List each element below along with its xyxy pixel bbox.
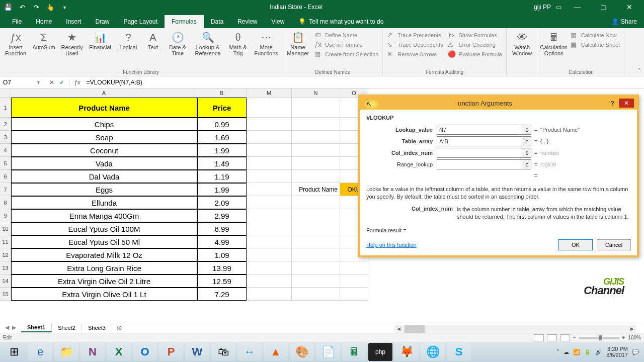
excel-icon[interactable]: X (107, 343, 131, 361)
tab-view[interactable]: View (265, 15, 292, 28)
cancel-formula-icon[interactable]: ✕ (49, 79, 54, 86)
ok-button[interactable]: OK (558, 239, 593, 250)
cell[interactable]: 1.49 (197, 157, 247, 170)
row-header-14[interactable]: 14 (0, 275, 11, 288)
cell[interactable]: Price (197, 98, 247, 118)
select-all-corner[interactable] (0, 88, 11, 98)
cell[interactable]: 1.69 (197, 131, 247, 144)
notepad-icon[interactable]: 📄 (316, 343, 340, 361)
scroll-left-icon[interactable]: ◀ (394, 325, 403, 333)
sheet-tab-2[interactable]: Sheet2 (52, 324, 82, 332)
cell[interactable] (292, 118, 340, 131)
row-header-2[interactable]: 2 (0, 118, 11, 131)
row-header-3[interactable]: 3 (0, 131, 11, 144)
cell[interactable] (292, 261, 340, 275)
watch-window-button[interactable]: 👁Watch Window (509, 30, 536, 57)
ribbon-display-icon[interactable]: ▭ (556, 4, 561, 11)
cell[interactable] (247, 131, 292, 144)
cell[interactable] (292, 131, 340, 144)
date-time-button[interactable]: 🕐Date & Time (164, 30, 191, 57)
cell[interactable] (247, 209, 292, 222)
help-link[interactable]: Help on this function (366, 242, 417, 248)
scroll-thumb[interactable] (405, 325, 425, 333)
col-header-M[interactable]: M (247, 88, 292, 98)
battery-icon[interactable]: 🔋 (584, 349, 591, 355)
paint-icon[interactable]: 🎨 (290, 343, 314, 361)
insert-function-button[interactable]: ƒxInsert Function (2, 30, 29, 57)
scroll-right-icon[interactable]: ▶ (628, 325, 636, 333)
cell[interactable]: Eggs (11, 183, 197, 196)
cell[interactable] (292, 170, 340, 183)
row-header-12[interactable]: 12 (0, 248, 11, 261)
cell[interactable] (247, 98, 292, 118)
tab-review[interactable]: Review (230, 15, 264, 28)
cell[interactable]: 12.59 (197, 275, 247, 288)
trace-dependents-button[interactable]: ↘Trace Dependents (385, 40, 445, 49)
math-trig-button[interactable]: θMath & Trig (224, 30, 252, 57)
cloud-icon[interactable]: ☁ (564, 349, 569, 355)
cell[interactable] (247, 288, 292, 301)
minimize-button[interactable]: — (567, 0, 588, 14)
trace-precedents-button[interactable]: ↗Trace Precedents (385, 30, 445, 40)
cell[interactable]: 1.09 (197, 248, 247, 261)
row-header-7[interactable]: 7 (0, 183, 11, 196)
cell[interactable] (247, 196, 292, 209)
vlc-icon[interactable]: ▲ (264, 343, 288, 361)
tab-page-layout[interactable]: Page Layout (116, 15, 164, 28)
terminal-icon[interactable]: php (368, 343, 392, 361)
cell[interactable] (292, 235, 340, 248)
cell[interactable] (292, 209, 340, 222)
cell[interactable] (247, 261, 292, 275)
row-header-11[interactable]: 11 (0, 235, 11, 248)
row-header-6[interactable]: 6 (0, 170, 11, 183)
cell[interactable] (292, 288, 340, 301)
cell[interactable] (292, 157, 340, 170)
cell[interactable]: Eucal Yptus Oil 50 Ml (11, 235, 197, 248)
skype-icon[interactable]: S (447, 343, 471, 361)
add-sheet-button[interactable]: ⊕ (112, 324, 126, 332)
maximize-button[interactable]: ◻ (593, 0, 614, 14)
dialog-help-button[interactable]: ? (607, 99, 618, 108)
col-header-B[interactable]: B (197, 88, 247, 98)
cell[interactable] (340, 261, 368, 275)
enter-formula-icon[interactable]: ✓ (59, 79, 64, 86)
row-header-5[interactable]: 5 (0, 157, 11, 170)
cell[interactable]: 1.19 (197, 170, 247, 183)
qat-customize-icon[interactable]: ▾ (60, 3, 68, 11)
arg-input[interactable] (437, 159, 522, 169)
more-functions-button[interactable]: ⋯More Functions (253, 30, 280, 57)
calculator-icon[interactable]: 🖩 (342, 343, 366, 361)
cell[interactable] (247, 170, 292, 183)
zoom-level[interactable]: 100% (628, 335, 641, 340)
tab-draw[interactable]: Draw (88, 15, 116, 28)
wifi-icon[interactable]: 📶 (573, 349, 580, 355)
collapse-ribbon-icon[interactable]: ˄ (638, 67, 641, 74)
cell[interactable] (292, 144, 340, 157)
cell[interactable]: 4.99 (197, 235, 247, 248)
cell[interactable]: 7.29 (197, 288, 247, 301)
fx-icon[interactable]: ƒx (70, 79, 85, 86)
touch-mode-icon[interactable]: 👆 (46, 3, 54, 11)
cell[interactable]: 2.99 (197, 209, 247, 222)
cell[interactable]: Chips (11, 118, 197, 131)
row-header-9[interactable]: 9 (0, 209, 11, 222)
cell[interactable] (247, 235, 292, 248)
cell[interactable]: Eucal Yptus Oil 100M (11, 222, 197, 235)
cell[interactable]: Evaporated Milk 12 Oz (11, 248, 197, 261)
tell-me[interactable]: 💡Tell me what you want to do (291, 15, 390, 28)
show-formulas-button[interactable]: ƒxShow Formulas (446, 30, 504, 40)
range-selector-icon[interactable]: ↥ (522, 159, 531, 169)
calc-options-button[interactable]: 🖩Calculation Options (540, 30, 568, 57)
range-selector-icon[interactable]: ↥ (522, 148, 531, 158)
dialog-close-button[interactable]: ✕ (619, 99, 634, 108)
calculate-sheet-button[interactable]: ▦Calculate Sheet (569, 40, 622, 49)
sheet-tab-1[interactable]: Sheet1 (21, 323, 52, 332)
cell[interactable]: 2.09 (197, 196, 247, 209)
powerpoint-icon[interactable]: P (159, 343, 183, 361)
cell[interactable]: Extra Virgin Olive Oil 1 Lt (11, 288, 197, 301)
cell[interactable]: 13.99 (197, 261, 247, 275)
tab-data[interactable]: Data (204, 15, 230, 28)
cell[interactable] (247, 183, 292, 196)
cell[interactable]: 1.99 (197, 144, 247, 157)
ie-icon[interactable]: e (28, 343, 52, 361)
